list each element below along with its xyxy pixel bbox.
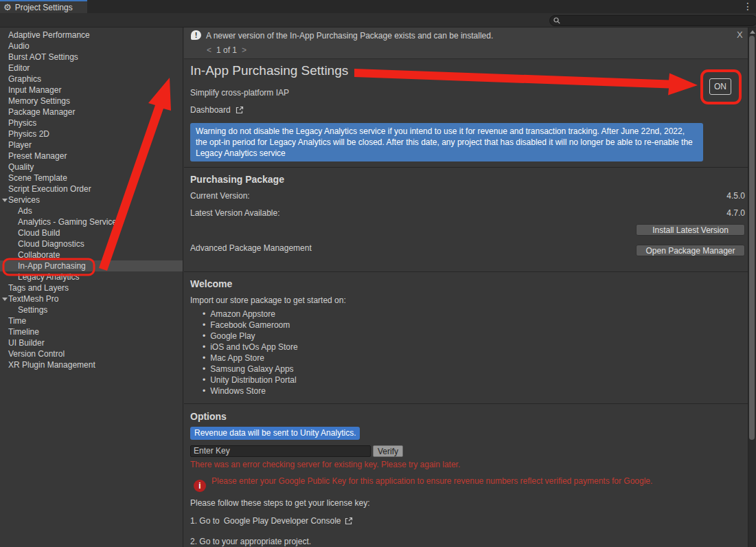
sidebar-item-audio[interactable]: Audio: [0, 41, 183, 52]
sidebar-item-scene-template[interactable]: Scene Template: [0, 172, 183, 183]
welcome-heading: Welcome: [190, 278, 232, 289]
sidebar-item-label: XR Plugin Management: [8, 360, 95, 370]
install-latest-version-button[interactable]: Install Latest Version: [636, 224, 745, 236]
sidebar-item-label: Analytics - Gaming Services: [18, 217, 121, 227]
notification-text: A newer version of the In-App Purchasing…: [206, 31, 493, 41]
sidebar-item-label: Cloud Build: [18, 228, 60, 238]
scroll-up-icon[interactable]: [750, 30, 755, 34]
sidebar-item-label: Preset Manager: [8, 151, 67, 161]
search-input[interactable]: [563, 15, 744, 26]
step-1: 1. Go to Google Play Developer Console: [190, 516, 353, 526]
sidebar-item-ads[interactable]: Ads: [0, 205, 183, 216]
section-divider: [184, 403, 748, 404]
simplify-iap-label: Simplify cross-platform IAP: [190, 88, 289, 98]
sidebar-item-label: Package Manager: [8, 107, 75, 117]
tab-project-settings[interactable]: ⚙ Project Settings: [0, 0, 87, 13]
sidebar-item-label: Timeline: [8, 327, 39, 337]
sidebar-item-quality[interactable]: Quality: [0, 161, 183, 172]
sidebar-item-label: TextMesh Pro: [8, 294, 58, 304]
verify-button[interactable]: Verify: [373, 445, 403, 457]
dashboard-link[interactable]: Dashboard: [190, 105, 244, 115]
sidebar-item-editor[interactable]: Editor: [0, 63, 183, 74]
google-play-console-link[interactable]: Google Play Developer Console: [224, 516, 341, 526]
error-info-icon: i: [194, 480, 206, 492]
store-list-item: Facebook Gameroom: [203, 320, 298, 331]
sidebar-item-graphics[interactable]: Graphics: [0, 74, 183, 85]
section-divider: [184, 167, 748, 168]
external-link-icon: [345, 517, 353, 525]
sidebar-item-analytics-gaming-services[interactable]: Analytics - Gaming Services: [0, 216, 183, 227]
open-package-manager-button[interactable]: Open Package Manager: [636, 245, 745, 256]
store-list-item: Samsung Galaxy Apps: [203, 364, 298, 375]
legacy-analytics-warning: Warning do not disable the Legacy Analyt…: [190, 123, 703, 161]
main-panel: ! A newer version of the In-App Purchasi…: [184, 27, 748, 547]
foldout-triangle-icon[interactable]: [2, 298, 8, 301]
sidebar-item-in-app-purchasing[interactable]: In-App Purchasing: [0, 260, 183, 271]
sidebar-item-textmesh-pro[interactable]: TextMesh Pro: [0, 293, 183, 304]
sidebar-item-memory-settings[interactable]: Memory Settings: [0, 96, 183, 107]
kebab-menu-icon[interactable]: ⋮: [743, 1, 753, 12]
sidebar-item-burst-aot-settings[interactable]: Burst AOT Settings: [0, 52, 183, 63]
close-icon[interactable]: X: [737, 30, 743, 40]
pager-next-icon[interactable]: >: [242, 45, 247, 55]
enter-key-input[interactable]: Enter Key: [190, 445, 371, 457]
sidebar-item-preset-manager[interactable]: Preset Manager: [0, 150, 183, 161]
sidebar-item-adaptive-performance[interactable]: Adaptive Performance: [0, 30, 183, 41]
sidebar: Adaptive PerformanceAudioBurst AOT Setti…: [0, 27, 183, 547]
sidebar-item-label: Time: [8, 316, 26, 326]
sidebar-item-time[interactable]: Time: [0, 315, 183, 326]
gear-icon: ⚙: [3, 3, 12, 12]
sidebar-item-label: Settings: [18, 305, 47, 315]
scrollbar-thumb[interactable]: [749, 36, 755, 440]
revenue-analytics-note: Revenue data will be sent to Unity Analy…: [190, 427, 360, 440]
sidebar-item-label: Player: [8, 140, 32, 150]
sidebar-item-label: Ads: [18, 206, 32, 216]
sidebar-item-cloud-build[interactable]: Cloud Build: [0, 227, 183, 238]
sidebar-item-label: Physics: [8, 118, 36, 128]
sidebar-item-label: In-App Purchasing: [18, 261, 86, 271]
sidebar-item-label: Adaptive Performance: [8, 30, 90, 40]
foldout-triangle-icon[interactable]: [2, 199, 8, 202]
store-list-item: Google Play: [203, 331, 298, 342]
console-alert-icon: !: [191, 30, 201, 40]
search-field[interactable]: [549, 15, 756, 26]
store-list: Amazon AppstoreFacebook GameroomGoogle P…: [203, 309, 298, 397]
sidebar-item-version-control[interactable]: Version Control: [0, 348, 183, 359]
latest-version-value: 4.7.0: [726, 208, 745, 218]
sidebar-item-physics-2d[interactable]: Physics 2D: [0, 129, 183, 139]
sidebar-item-label: Version Control: [8, 349, 65, 359]
sidebar-item-player[interactable]: Player: [0, 139, 183, 150]
sidebar-item-package-manager[interactable]: Package Manager: [0, 107, 183, 118]
step-2: 2. Go to your appropriate project.: [190, 537, 311, 546]
google-key-warning-text: Please enter your Google Public Key for …: [211, 476, 652, 486]
search-icon: [553, 17, 560, 24]
store-list-item: Unity Distribution Portal: [203, 375, 298, 386]
title-bar: ⚙ Project Settings ⋮: [0, 0, 756, 13]
sidebar-item-label: Burst AOT Settings: [8, 52, 78, 62]
sidebar-item-cloud-diagnostics[interactable]: Cloud Diagnostics: [0, 238, 183, 249]
store-list-item: Mac App Store: [203, 353, 298, 364]
sidebar-item-ui-builder[interactable]: UI Builder: [0, 337, 183, 348]
purchasing-package-heading: Purchasing Package: [190, 174, 284, 185]
sidebar-item-legacy-analytics[interactable]: Legacy Analytics: [0, 271, 183, 282]
options-heading: Options: [190, 411, 227, 422]
notification-bar: ! A newer version of the In-App Purchasi…: [184, 27, 748, 59]
pager-prev-icon[interactable]: <: [207, 45, 211, 55]
iap-on-toggle[interactable]: ON: [709, 78, 731, 95]
key-check-error-text: There was an error checking server for e…: [190, 460, 460, 469]
step-1-prefix: 1. Go to: [190, 516, 220, 526]
current-version-value: 4.5.0: [726, 191, 745, 201]
sidebar-item-tags-and-layers[interactable]: Tags and Layers: [0, 282, 183, 293]
sidebar-item-script-execution-order[interactable]: Script Execution Order: [0, 183, 183, 194]
sidebar-item-timeline[interactable]: Timeline: [0, 326, 183, 337]
sidebar-item-services[interactable]: Services: [0, 194, 183, 205]
sidebar-item-label: Graphics: [8, 74, 41, 84]
sidebar-item-label: Scene Template: [8, 173, 67, 183]
sidebar-item-input-manager[interactable]: Input Manager: [0, 85, 183, 96]
sidebar-item-settings[interactable]: Settings: [0, 304, 183, 315]
latest-version-label: Latest Version Available:: [190, 208, 280, 218]
sidebar-item-label: Cloud Diagnostics: [18, 239, 84, 249]
sidebar-item-xr-plugin-management[interactable]: XR Plugin Management: [0, 359, 183, 370]
sidebar-item-collaborate[interactable]: Collaborate: [0, 249, 183, 260]
sidebar-item-physics[interactable]: Physics: [0, 118, 183, 129]
